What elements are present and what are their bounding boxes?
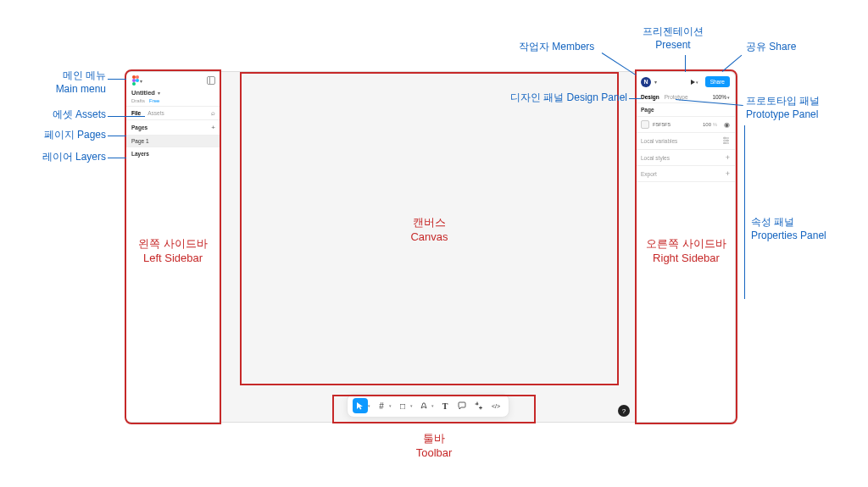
toolbar: ▾ #▾ □▾ ▾ T </> <box>347 394 509 418</box>
zoom-caret-icon: ▾ <box>727 95 730 100</box>
main-menu-caret-icon: ▾ <box>140 78 142 84</box>
leader-line <box>685 55 686 72</box>
share-button[interactable]: Share <box>705 76 730 87</box>
tab-prototype[interactable]: Prototype <box>665 94 688 100</box>
background-color-row[interactable]: F5F5F5 100 % ◉ <box>636 117 735 133</box>
page-heading: Page <box>636 103 735 117</box>
label-properties-panel: 속성 패널Properties Panel <box>751 216 826 242</box>
label-prototype-panel: 프로토타입 패널Prototype Panel <box>746 95 820 121</box>
svg-point-3 <box>136 79 139 82</box>
present-caret-icon: ▾ <box>696 80 698 85</box>
add-page-button[interactable]: + <box>211 124 215 131</box>
label-present: 프리젠테이션Present <box>643 25 704 52</box>
tool-caret-icon[interactable]: ▾ <box>389 403 392 408</box>
visibility-icon[interactable]: ◉ <box>724 121 730 129</box>
leader-line <box>108 136 126 136</box>
leader-line <box>744 125 745 299</box>
canvas[interactable]: ▾ #▾ □▾ ▾ T </> ? <box>221 72 635 422</box>
tab-file[interactable]: File <box>131 110 141 116</box>
label-assets: 에셋 Assets <box>17 108 106 122</box>
label-left-sidebar: 왼쪽 사이드바Left Sidebar <box>125 237 220 266</box>
page-item[interactable]: Page 1 <box>126 136 220 147</box>
play-icon <box>691 80 695 85</box>
frame-tool[interactable]: # <box>374 398 389 413</box>
actions-tool[interactable] <box>471 398 487 413</box>
label-toolbar: 툴바Toolbar <box>332 432 536 461</box>
label-main-menu: 메인 메뉴Main menu <box>17 69 106 96</box>
tool-caret-icon[interactable]: ▾ <box>368 403 370 408</box>
svg-point-2 <box>132 79 136 82</box>
color-opacity-value[interactable]: 100 % <box>703 122 717 127</box>
zoom-control[interactable]: 100% ▾ <box>712 94 730 100</box>
export-label[interactable]: Export <box>641 171 657 177</box>
svg-point-5 <box>724 137 726 139</box>
dev-mode-tool[interactable]: </> <box>488 398 504 413</box>
svg-point-1 <box>136 75 139 79</box>
move-tool[interactable] <box>353 398 368 413</box>
members-caret-icon[interactable]: ▾ <box>654 79 657 85</box>
local-styles-label[interactable]: Local styles <box>641 155 670 161</box>
label-share: 공유 Share <box>746 41 796 54</box>
sliders-icon[interactable] <box>722 136 730 146</box>
label-canvas: 캔버스Canvas <box>240 216 619 245</box>
leader-line <box>108 79 126 80</box>
leader-line <box>108 158 126 158</box>
zoom-value: 100% <box>712 94 726 100</box>
pen-tool[interactable] <box>416 398 431 413</box>
local-variables-label[interactable]: Local variables <box>641 138 677 144</box>
tab-design[interactable]: Design <box>641 94 659 100</box>
search-icon[interactable]: ⌕ <box>211 109 215 117</box>
breadcrumb-free-badge: Free <box>149 98 159 103</box>
breadcrumb-drafts[interactable]: Drafts <box>131 98 145 103</box>
svg-point-0 <box>132 75 136 79</box>
label-right-sidebar: 오른쪽 사이드바Right Sidebar <box>635 237 737 266</box>
present-button[interactable]: ▾ <box>687 78 702 86</box>
panel-toggle-icon[interactable] <box>207 76 215 85</box>
tool-caret-icon[interactable]: ▾ <box>410 403 413 408</box>
document-title[interactable]: Untitled <box>131 89 155 97</box>
pages-section-label: Pages <box>131 125 147 130</box>
color-hex-value[interactable]: F5F5F5 <box>653 122 670 127</box>
label-design-panel: 디자인 패널 Design Panel <box>441 91 627 105</box>
shape-tool[interactable]: □ <box>395 398 410 413</box>
add-style-button[interactable]: + <box>726 153 730 162</box>
tab-assets[interactable]: Assets <box>147 110 164 116</box>
svg-point-4 <box>132 82 136 86</box>
svg-point-7 <box>724 142 726 144</box>
main-menu-button[interactable] <box>131 76 140 85</box>
comment-tool[interactable] <box>454 398 470 413</box>
label-layers: 레이어 Layers <box>17 151 106 164</box>
help-button[interactable]: ? <box>618 405 630 417</box>
tool-caret-icon[interactable]: ▾ <box>431 403 434 408</box>
color-swatch[interactable] <box>641 120 649 129</box>
label-pages: 페이지 Pages <box>17 129 106 142</box>
svg-point-6 <box>726 140 728 141</box>
add-export-button[interactable]: + <box>726 169 730 178</box>
document-title-caret-icon: ▾ <box>158 90 160 96</box>
label-members: 작업자 Members <box>519 41 594 54</box>
leader-line <box>722 55 743 72</box>
member-avatar[interactable]: N <box>641 77 651 87</box>
layers-section-label: Layers <box>126 147 220 160</box>
text-tool[interactable]: T <box>437 398 453 413</box>
